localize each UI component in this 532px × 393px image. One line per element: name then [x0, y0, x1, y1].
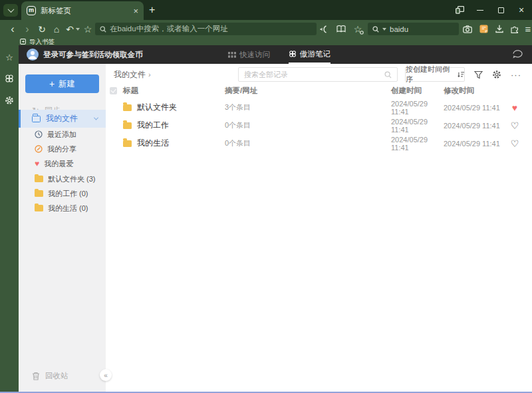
- bookmarks-bar: 导入书签: [0, 38, 532, 45]
- favorite-heart-icon[interactable]: ♡: [505, 121, 524, 130]
- breadcrumb-arrow-icon: ›: [148, 70, 151, 78]
- search-icon: [384, 71, 392, 78]
- chevron-down-icon: [7, 6, 14, 13]
- tab-title: 新标签页: [41, 6, 128, 16]
- back-button[interactable]: ‹: [7, 20, 19, 38]
- notes-header-tabs: 快速访问 傲游笔记: [228, 45, 331, 64]
- column-created[interactable]: 创建时间: [391, 86, 444, 96]
- undo-dropdown-caret[interactable]: [75, 20, 80, 38]
- minimize-button[interactable]: [473, 3, 487, 17]
- quick-search-value: baidu: [390, 25, 408, 33]
- notes-snippet-icon[interactable]: [477, 20, 490, 38]
- quick-search-box[interactable]: baidu: [368, 23, 459, 35]
- tab-close-icon[interactable]: ×: [133, 7, 138, 15]
- new-note-button[interactable]: + 新建: [25, 74, 99, 93]
- avatar[interactable]: [27, 49, 39, 61]
- new-tab-button[interactable]: +: [149, 3, 155, 17]
- favorite-heart-icon[interactable]: ♡: [505, 139, 524, 148]
- settings-gear-icon[interactable]: [0, 93, 19, 108]
- browser-window: m 新标签页 × + × ‹ › ↻ ⌂ ↶ ☆ 在baidu中搜索，或者输入一…: [0, 0, 532, 393]
- sidebar-item-favorites[interactable]: ♥ 我的最爱: [19, 156, 106, 171]
- recycle-bin-item[interactable]: 回收站: [19, 368, 106, 384]
- table-row[interactable]: 默认文件夹 3个条目 2024/05/29 11:41 2024/05/29 1…: [106, 98, 532, 116]
- sort-desc-icon: [458, 71, 465, 78]
- forward-button[interactable]: ›: [21, 20, 33, 38]
- column-modified[interactable]: 修改时间: [444, 86, 505, 96]
- refresh-button[interactable]: ↻: [35, 20, 49, 38]
- chevron-down-icon[interactable]: [94, 116, 98, 120]
- filter-funnel-icon[interactable]: [474, 70, 483, 79]
- column-title[interactable]: 标题: [123, 86, 225, 96]
- import-bookmarks-icon: [20, 39, 26, 45]
- sidebar-item-shares[interactable]: 我的分享: [19, 142, 106, 156]
- folder-icon: [123, 104, 132, 111]
- plus-icon: +: [49, 78, 55, 89]
- window-close-button[interactable]: ×: [515, 3, 528, 17]
- sidebar-item-my-files[interactable]: 我的文件: [19, 110, 106, 128]
- more-options-icon[interactable]: ···: [511, 70, 521, 80]
- grid-icon: [228, 52, 236, 58]
- table-header: 标题 摘要/网址 创建时间 修改时间: [106, 84, 532, 97]
- notes-search-input[interactable]: 搜索全部记录: [238, 67, 398, 82]
- window-controls: ×: [453, 0, 528, 20]
- folder-icon: [35, 190, 43, 197]
- table-row[interactable]: 我的生活 0个条目 2024/05/29 11:41 2024/05/29 11…: [106, 134, 532, 152]
- home-button[interactable]: ⌂: [50, 20, 63, 38]
- maximize-button[interactable]: [494, 3, 507, 17]
- folder-icon: [123, 140, 132, 147]
- sort-order-button[interactable]: 按创建时间倒序: [405, 67, 465, 82]
- browser-tab-newtab[interactable]: m 新标签页 ×: [21, 1, 144, 20]
- notes-sidebar: + 新建 ↻ 同步 我的文件 最近添加 我的分享 ♥ 我的: [19, 64, 106, 392]
- sidebar-item-recent[interactable]: 最近添加: [19, 127, 106, 142]
- clock-icon: [35, 130, 43, 138]
- reading-mode-icon[interactable]: [334, 20, 348, 38]
- maxthon-logo-icon: m: [27, 6, 36, 15]
- search-icon: [372, 26, 379, 33]
- main-topbar: 我的文件 › 搜索全部记录 按创建时间倒序 ···: [106, 64, 532, 85]
- feedback-bubble-icon[interactable]: [513, 50, 523, 59]
- sidebar-item-default-folder[interactable]: 默认文件夹 (3): [19, 172, 106, 186]
- login-banner[interactable]: 登录可参与签到活动领取金币: [43, 50, 143, 60]
- heart-icon: ♥: [35, 160, 39, 168]
- sidebar-collapse-button[interactable]: «: [100, 369, 112, 381]
- extensions-puzzle-icon[interactable]: [508, 20, 521, 38]
- folder-icon: [32, 116, 41, 122]
- table-body: 默认文件夹 3个条目 2024/05/29 11:41 2024/05/29 1…: [106, 98, 532, 152]
- undo-button[interactable]: ↶: [64, 20, 76, 38]
- table-row[interactable]: 我的工作 0个条目 2024/05/29 11:41 2024/05/29 11…: [106, 116, 532, 134]
- import-bookmarks-label[interactable]: 导入书签: [29, 39, 55, 45]
- select-all-checkbox[interactable]: [110, 87, 117, 94]
- share-edit-icon: [35, 145, 43, 153]
- screenshot-camera-icon[interactable]: [461, 20, 474, 38]
- sidebar-item-my-work[interactable]: 我的工作 (0): [19, 186, 106, 201]
- address-bar[interactable]: 在baidu中搜索，或者输入一个网址: [95, 23, 317, 35]
- tab-maxnote[interactable]: 傲游笔记: [289, 45, 331, 64]
- notes-header: 登录可参与签到活动领取金币 快速访问 傲游笔记: [19, 45, 532, 64]
- window-layout-icon[interactable]: [453, 3, 466, 17]
- folder-icon: [123, 122, 132, 129]
- sidebar-item-my-life[interactable]: 我的生活 (0): [19, 201, 106, 215]
- read-aloud-icon[interactable]: [318, 20, 331, 38]
- folder-icon: [35, 176, 43, 182]
- favorites-star-icon[interactable]: ☆: [0, 50, 19, 65]
- maxnote-clover-icon[interactable]: [0, 71, 19, 86]
- folder-icon: [35, 205, 43, 211]
- download-icon[interactable]: [493, 20, 506, 38]
- search-engine-caret[interactable]: [382, 28, 386, 31]
- maxnote-clover-icon: [289, 50, 297, 58]
- address-placeholder: 在baidu中搜索，或者输入一个网址: [110, 24, 228, 34]
- trash-icon: [32, 372, 40, 380]
- tab-list-chevron-button[interactable]: [3, 4, 18, 17]
- breadcrumb[interactable]: 我的文件 ›: [114, 69, 151, 80]
- bookmark-manager-icon[interactable]: ☆: [351, 20, 364, 38]
- favorite-star-button[interactable]: ☆: [81, 20, 94, 38]
- settings-gear-icon[interactable]: [492, 70, 501, 79]
- tab-bar: m 新标签页 × + ×: [0, 0, 532, 20]
- tab-quick-access[interactable]: 快速访问: [228, 45, 270, 64]
- menu-icon[interactable]: ≡: [522, 20, 532, 38]
- maxnote-app: + 新建 ↻ 同步 我的文件 最近添加 我的分享 ♥ 我的: [19, 64, 532, 392]
- side-strip: ☆: [0, 45, 19, 392]
- column-summary[interactable]: 摘要/网址: [225, 86, 391, 96]
- favorite-heart-icon[interactable]: ♥: [505, 103, 524, 112]
- notes-main: 我的文件 › 搜索全部记录 按创建时间倒序 ···: [106, 64, 532, 392]
